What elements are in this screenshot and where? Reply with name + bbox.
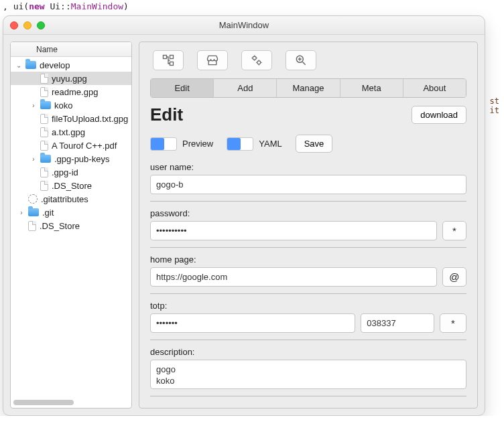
tree-folder[interactable]: › .git	[11, 206, 131, 219]
password-reveal-button[interactable]: *	[442, 221, 466, 240]
username-label: user name:	[150, 162, 466, 172]
file-icon	[40, 114, 48, 124]
password-label: password:	[150, 208, 466, 218]
homepage-open-button[interactable]: @	[442, 267, 466, 287]
tab-meta[interactable]: Meta	[340, 79, 403, 97]
search-icon	[294, 54, 308, 67]
tree-file[interactable]: a.txt.gpg	[11, 125, 131, 139]
username-input[interactable]	[150, 175, 466, 194]
file-icon	[40, 74, 48, 84]
tree-folder[interactable]: › .gpg-pub-keys	[11, 152, 131, 165]
svg-point-3	[253, 56, 256, 60]
divider	[150, 396, 466, 396]
gear-icon	[28, 194, 38, 204]
tree-header-name[interactable]: Name	[11, 42, 131, 57]
file-tree[interactable]: ⌄ develop yuyu.gpg readme.gpg	[11, 57, 131, 232]
tree-file[interactable]: A Tourof C++.pdf	[11, 139, 131, 152]
divider	[150, 201, 466, 202]
tab-add[interactable]: Add	[214, 79, 277, 97]
file-icon	[40, 87, 48, 97]
tree-icon	[162, 54, 175, 67]
homepage-label: home page:	[150, 254, 466, 265]
folder-icon	[40, 155, 51, 163]
tree-file[interactable]: .gpg-id	[11, 165, 131, 179]
tree-folder-develop[interactable]: ⌄ develop	[11, 58, 131, 72]
divider	[150, 247, 466, 248]
store-icon	[206, 54, 219, 67]
editor-gutter: st it	[490, 96, 499, 115]
minimize-icon[interactable]	[23, 21, 32, 29]
tree-file[interactable]: yuyu.gpg	[11, 72, 131, 85]
preview-toggle[interactable]	[150, 137, 177, 151]
file-icon	[40, 141, 48, 151]
gears-icon	[250, 54, 263, 67]
horizontal-scrollbar[interactable]	[13, 400, 74, 405]
folder-icon	[28, 208, 39, 216]
totp-code-input[interactable]	[361, 313, 434, 333]
tab-manage[interactable]: Manage	[277, 79, 340, 97]
file-icon	[40, 167, 48, 177]
file-icon	[28, 221, 36, 231]
password-input[interactable]	[150, 221, 437, 240]
file-icon	[40, 127, 48, 137]
folder-icon	[40, 101, 51, 109]
description-input[interactable]: gogo koko	[150, 360, 466, 389]
chevron-down-icon[interactable]: ⌄	[15, 62, 23, 69]
svg-rect-1	[170, 56, 174, 59]
svg-rect-0	[164, 56, 167, 59]
svg-point-4	[257, 61, 261, 64]
chevron-right-icon[interactable]: ›	[29, 155, 38, 163]
toolbar	[150, 50, 466, 70]
tree-file[interactable]: .DS_Store	[11, 219, 131, 232]
tab-edit[interactable]: Edit	[151, 79, 214, 97]
tree-file[interactable]: readme.gpg	[11, 85, 131, 98]
toolbar-tree-button[interactable]	[153, 50, 184, 70]
window-title: MainWindow	[3, 20, 485, 30]
toolbar-store-button[interactable]	[197, 50, 228, 70]
toolbar-settings-button[interactable]	[241, 50, 272, 70]
folder-icon	[25, 61, 36, 69]
tree-folder[interactable]: › koko	[11, 98, 131, 112]
divider	[150, 340, 466, 340]
main-window: MainWindow Name ⌄ develop yuyu.gpg	[3, 15, 485, 416]
yaml-toggle-label: YAML	[259, 139, 281, 149]
totp-label: totp:	[150, 301, 466, 311]
editor-code-line: , ui(new Ui::MainWindow)	[0, 0, 504, 13]
totp-secret-input[interactable]	[150, 313, 355, 333]
divider	[150, 293, 466, 294]
tab-bar: Edit Add Manage Meta About	[150, 78, 466, 98]
titlebar[interactable]: MainWindow	[3, 16, 485, 35]
tree-file[interactable]: fileToUpload.txt.gpg	[11, 112, 131, 125]
close-icon[interactable]	[10, 21, 18, 29]
homepage-input[interactable]	[150, 267, 437, 287]
zoom-window-icon[interactable]	[37, 21, 45, 29]
tree-file[interactable]: .gitattributes	[11, 192, 131, 206]
file-tree-sidebar: Name ⌄ develop yuyu.gpg readme.gpg	[10, 42, 132, 409]
chevron-right-icon[interactable]: ›	[17, 209, 25, 216]
save-button[interactable]: Save	[296, 135, 333, 153]
description-label: description:	[150, 347, 466, 357]
download-button[interactable]: download	[412, 106, 466, 124]
tree-file[interactable]: .DS_Store	[11, 179, 131, 192]
yaml-toggle[interactable]	[227, 137, 253, 151]
page-title: Edit	[150, 104, 183, 125]
main-panel: Edit Add Manage Meta About Edit download…	[139, 42, 478, 409]
chevron-right-icon[interactable]: ›	[29, 102, 38, 109]
file-icon	[40, 181, 48, 191]
totp-reveal-button[interactable]: *	[440, 313, 466, 333]
svg-rect-2	[170, 62, 174, 66]
tab-about[interactable]: About	[403, 79, 466, 97]
preview-toggle-label: Preview	[182, 139, 213, 149]
toolbar-search-button[interactable]	[286, 50, 316, 70]
